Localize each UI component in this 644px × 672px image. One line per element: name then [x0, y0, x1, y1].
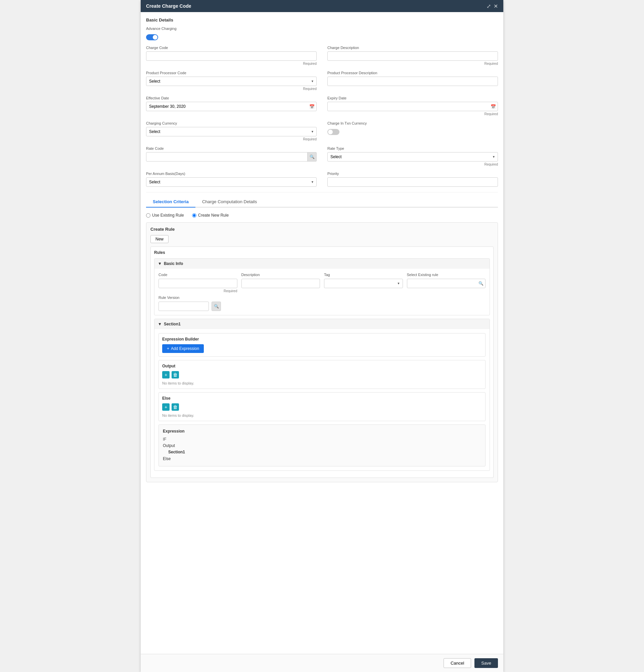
rule-tag-label: Tag [324, 273, 403, 277]
else-add-btn[interactable]: + [162, 403, 170, 411]
expression-builder-title: Expression Builder [162, 337, 482, 341]
form-row-6: Per Annum Basis(Days) Select 360 365 Pri… [146, 172, 498, 187]
rule-code-label: Code [158, 273, 238, 277]
section1-title: Section1 [164, 322, 181, 326]
expression-preview-box: Expression IF Output Section1 Else [158, 424, 486, 467]
rule-version-row: Rule Version 🔍 [158, 296, 486, 311]
product-processor-code-label: Product Processor Code [146, 71, 317, 75]
tab-selection-criteria[interactable]: Selection Criteria [146, 196, 195, 207]
tab-charge-computation[interactable]: Charge Computation Details [195, 196, 264, 207]
expiry-date-calendar-icon[interactable]: 📅 [490, 104, 496, 109]
create-rule-title: Create Rule [150, 227, 494, 232]
charge-description-label: Charge Description [327, 46, 498, 50]
output-delete-btn[interactable]: 🗑 [172, 371, 179, 379]
close-icon[interactable]: ✕ [494, 3, 498, 9]
rate-type-field: Rate Type Select Fixed Variable Required [327, 146, 498, 166]
rate-code-field: Rate Code 🔍 [146, 146, 317, 166]
add-expression-label: Add Expression [171, 346, 199, 351]
rate-code-input[interactable] [146, 152, 317, 161]
product-processor-code-select[interactable]: Select Option 1 Option 2 [146, 76, 317, 86]
expression-output-word: Output [163, 443, 175, 448]
rule-description-field: Description [241, 273, 320, 293]
effective-date-calendar-icon[interactable]: 📅 [309, 104, 315, 109]
per-annum-basis-select-wrapper: Select 360 365 [146, 177, 317, 187]
form-row-3: Effective Date September 30, 2020 📅 Expi… [146, 96, 498, 116]
rate-type-label: Rate Type [327, 146, 498, 151]
new-button[interactable]: New [150, 235, 169, 243]
rule-code-field: Code Required [158, 273, 238, 293]
else-no-items: No items to display. [162, 413, 482, 418]
rule-version-search-btn[interactable]: 🔍 [211, 302, 221, 311]
expression-preview-title: Expression [163, 429, 481, 434]
basic-info-grid: Code Required Description Ta [158, 273, 486, 293]
basic-info-collapse-header[interactable]: ▼ Basic Info [155, 259, 489, 269]
charge-description-required: Required [327, 62, 498, 65]
expression-section1-value: Section1 [168, 450, 185, 454]
product-processor-desc-field: Product Processor Description [327, 71, 498, 91]
rule-description-input[interactable] [241, 279, 320, 288]
rule-tag-field: Tag [324, 273, 403, 293]
modal-header: Create Charge Code ⤢ ✕ [141, 0, 503, 12]
select-existing-rule-label: Select Existing rule [407, 273, 486, 277]
advance-charging-label: Advance Charging [146, 26, 498, 31]
resize-icon[interactable]: ⤢ [487, 3, 491, 9]
charging-currency-select[interactable]: Select USD EUR GBP [146, 127, 317, 136]
product-processor-desc-input[interactable] [327, 76, 498, 86]
else-delete-btn[interactable]: 🗑 [172, 403, 179, 411]
use-existing-rule-radio[interactable] [146, 213, 150, 218]
output-box: Output + 🗑 No items to display. [158, 360, 486, 389]
charge-code-input[interactable] [146, 51, 317, 61]
create-new-rule-radio[interactable] [192, 213, 196, 218]
basic-info-collapse: ▼ Basic Info Code Required [154, 258, 490, 315]
expiry-date-input[interactable] [327, 102, 498, 111]
expression-else-word: Else [163, 456, 171, 461]
expiry-date-required: Required [327, 112, 498, 116]
select-existing-rule-input[interactable] [407, 279, 486, 288]
use-existing-rule-radio-label[interactable]: Use Existing Rule [146, 213, 184, 218]
rate-type-select[interactable]: Select Fixed Variable [327, 152, 498, 161]
charge-in-txn-field: Charge In Txn Currency [327, 121, 498, 141]
rule-version-input[interactable] [158, 302, 209, 311]
product-processor-code-required: Required [146, 87, 317, 91]
expiry-date-wrapper: 📅 [327, 102, 498, 111]
output-no-items: No items to display. [162, 381, 482, 385]
add-expression-button[interactable]: + Add Expression [162, 344, 204, 353]
effective-date-input[interactable]: September 30, 2020 [146, 102, 317, 111]
chevron-down-icon: ▼ [158, 261, 162, 266]
rule-type-radio-group: Use Existing Rule Create New Rule [146, 213, 498, 218]
rule-code-required: Required [158, 289, 238, 293]
rate-type-select-wrapper: Select Fixed Variable [327, 152, 498, 161]
create-new-rule-radio-label[interactable]: Create New Rule [192, 213, 229, 218]
rate-code-search-btn[interactable]: 🔍 [307, 152, 317, 161]
priority-input[interactable] [327, 177, 498, 187]
modal-controls: ⤢ ✕ [487, 3, 498, 9]
per-annum-basis-select[interactable]: Select 360 365 [146, 177, 317, 187]
product-processor-code-field: Product Processor Code Select Option 1 O… [146, 71, 317, 91]
modal-title: Create Charge Code [146, 3, 191, 9]
else-action-btns: + 🗑 [162, 403, 482, 411]
output-add-btn[interactable]: + [162, 371, 170, 379]
rate-code-search-wrapper: 🔍 [146, 152, 317, 161]
section1-collapse-header[interactable]: ▼ Section1 [155, 319, 489, 329]
advance-charging-toggle-container [146, 34, 498, 40]
rule-tag-select-wrapper [324, 279, 403, 288]
save-button[interactable]: Save [474, 658, 498, 668]
rule-code-input[interactable] [158, 279, 238, 288]
expiry-date-label: Expiry Date [327, 96, 498, 100]
rule-tag-select[interactable] [324, 279, 403, 288]
charge-description-input[interactable] [327, 51, 498, 61]
advance-charging-toggle[interactable] [146, 34, 158, 40]
section1-collapse: ▼ Section1 Expression Builder + Add Expr… [154, 319, 490, 471]
expression-builder-box: Expression Builder + Add Expression [158, 333, 486, 357]
cancel-button[interactable]: Cancel [443, 658, 471, 668]
charge-code-required: Required [146, 62, 317, 65]
rate-code-label: Rate Code [146, 146, 317, 151]
form-row-2: Product Processor Code Select Option 1 O… [146, 71, 498, 91]
charge-in-txn-toggle[interactable] [327, 129, 339, 135]
charge-in-txn-label: Charge In Txn Currency [327, 121, 498, 125]
basic-info-title: Basic Info [164, 261, 183, 266]
charge-code-field: Charge Code Required [146, 46, 317, 65]
rule-version-label: Rule Version [158, 296, 209, 300]
charge-in-txn-toggle-container [327, 129, 498, 135]
expression-if-keyword: IF [163, 437, 167, 442]
